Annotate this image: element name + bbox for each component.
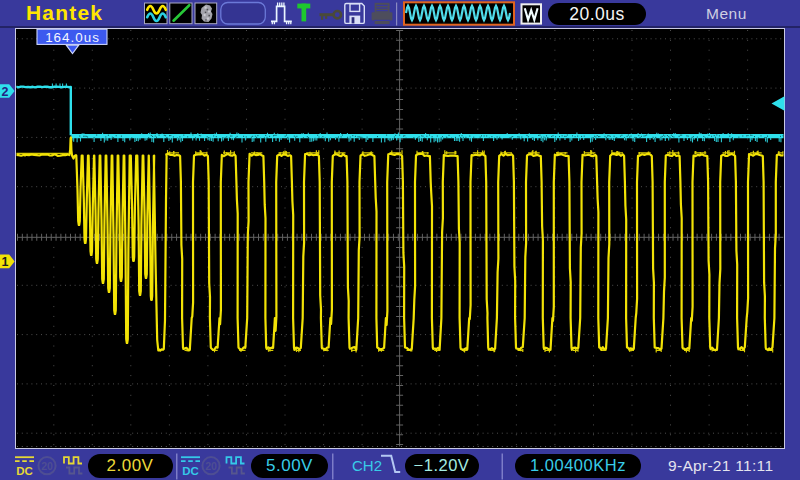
svg-text:20: 20 [41, 460, 53, 472]
svg-text:164.0us: 164.0us [45, 30, 100, 45]
svg-text:DC: DC [16, 465, 33, 477]
svg-text:2: 2 [2, 85, 9, 99]
svg-text:DC: DC [182, 465, 199, 477]
svg-text:1: 1 [2, 255, 9, 269]
svg-text:20: 20 [205, 460, 217, 472]
